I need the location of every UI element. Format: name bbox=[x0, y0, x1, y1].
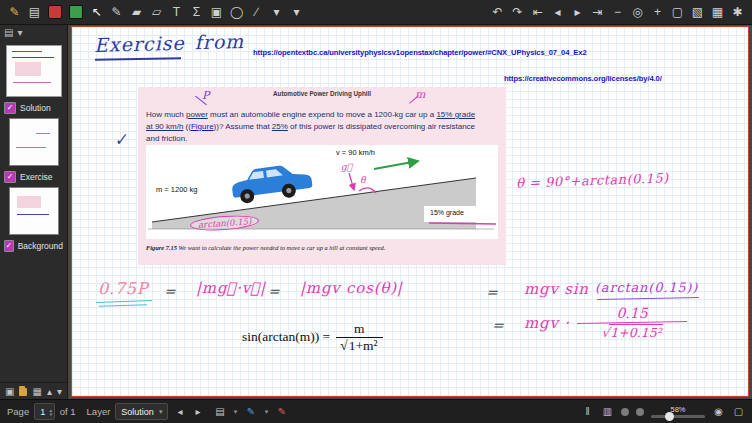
thumb-stroke bbox=[16, 147, 46, 148]
page-overview-icon[interactable]: ▤ bbox=[25, 3, 44, 22]
gravity-vector-annotation: g⃗ bbox=[341, 162, 352, 172]
layer-solution-checkbox[interactable]: ✓ bbox=[4, 102, 16, 114]
thumb-stroke bbox=[17, 196, 41, 208]
zoom-out-icon[interactable]: − bbox=[608, 3, 627, 22]
shape-tool-icon[interactable]: ◯ bbox=[227, 3, 246, 22]
pen-preset-red-icon[interactable]: ✎ bbox=[275, 406, 288, 417]
zoom-control: 58% bbox=[651, 406, 705, 418]
prev-layer-button[interactable]: ◂ bbox=[173, 406, 186, 417]
layer-row-solution[interactable]: ✓ Solution bbox=[0, 99, 67, 115]
layout-icon[interactable]: ▥ bbox=[601, 406, 614, 417]
layer-exercise-label: Exercise bbox=[20, 172, 53, 182]
pen-color-red-swatch[interactable] bbox=[48, 5, 62, 19]
pen-tool-icon[interactable]: ✎ bbox=[107, 3, 126, 22]
next-layer-button[interactable]: ▸ bbox=[191, 406, 204, 417]
grid-snap-icon[interactable]: ▦ bbox=[708, 3, 727, 22]
copy-layer-icon[interactable]: ▣ bbox=[5, 386, 14, 397]
pen-preset-dropdown-icon[interactable]: ▾ bbox=[262, 408, 270, 416]
text-tool-icon[interactable]: T bbox=[167, 3, 186, 22]
layer-row-background[interactable]: ✓ Background bbox=[0, 237, 67, 253]
radicand: 1+m² bbox=[348, 337, 379, 353]
grid-view-icon[interactable]: ▦ bbox=[32, 386, 41, 397]
heading-underline-stroke bbox=[95, 57, 181, 61]
spin-down-icon[interactable]: ▾ bbox=[49, 412, 52, 416]
radicand: 1+0.15² bbox=[609, 324, 662, 340]
eq-term-mgv-frac-lead: mgv · bbox=[524, 314, 570, 332]
problem-segment: must an automobile engine expend to move… bbox=[208, 110, 437, 119]
pen-color-green-swatch[interactable] bbox=[69, 5, 83, 19]
move-layer-down-icon[interactable]: ▾ bbox=[57, 386, 62, 397]
undo-icon[interactable]: ↶ bbox=[488, 3, 507, 22]
canvas-viewport[interactable]: Exercisefrom https://opentextbc.ca/unive… bbox=[67, 24, 752, 400]
stroke-style-dropdown-icon[interactable]: ▾ bbox=[287, 3, 306, 22]
layer-select-dropdown[interactable]: Solution ▾ bbox=[115, 403, 168, 420]
main-toolbar: ✎▤↖✎▰▱TΣ▣◯∕▾▾ ↶↷⇤◂▸⇥−◎+▢▧▦✱ bbox=[0, 0, 752, 25]
mass-label: m = 1200 kg bbox=[156, 185, 197, 194]
zoom-slider[interactable] bbox=[651, 415, 705, 418]
zoom-slider-knob[interactable] bbox=[665, 412, 674, 421]
zoom-fit-icon[interactable]: ▢ bbox=[668, 3, 687, 22]
page-label: Page bbox=[7, 406, 29, 417]
page-1-thumbnail[interactable] bbox=[6, 45, 62, 97]
layer-exercise-checkbox[interactable]: ✓ bbox=[4, 171, 16, 183]
toggle-dot-icon[interactable] bbox=[636, 408, 644, 416]
fullscreen-icon[interactable]: ▧ bbox=[688, 3, 707, 22]
move-layer-up-icon[interactable]: ▴ bbox=[47, 386, 52, 397]
zoom-in-icon[interactable]: + bbox=[648, 3, 667, 22]
license-url-link[interactable]: https://creativecommons.org/licenses/by/… bbox=[504, 74, 662, 83]
tool-options-dropdown-icon[interactable]: ▾ bbox=[267, 3, 286, 22]
layer-background-label: Background bbox=[18, 241, 63, 251]
page-number-input[interactable]: 1 ▴▾ bbox=[34, 403, 55, 420]
highlighter-tool-icon[interactable]: ▰ bbox=[127, 3, 146, 22]
preview-panel-icon[interactable]: ▤ bbox=[4, 27, 13, 39]
open-folder-icon[interactable] bbox=[19, 388, 27, 396]
zoom-100-icon[interactable]: ◎ bbox=[628, 3, 647, 22]
view-mode-icon[interactable]: ▤ bbox=[213, 406, 226, 417]
next-page-icon[interactable]: ▸ bbox=[568, 3, 587, 22]
status-bar: Page 1 ▴▾ of 1 Layer Solution ▾ ◂ ▸ ▤ ▾ … bbox=[0, 399, 752, 423]
solution-layer-thumbnail[interactable] bbox=[9, 118, 59, 166]
page-number-value: 1 bbox=[40, 407, 45, 417]
layer-background-checkbox[interactable]: ✓ bbox=[4, 240, 14, 252]
thumb-stroke bbox=[12, 57, 54, 58]
problem-segment: power bbox=[186, 110, 208, 119]
fit-page-icon[interactable]: ▢ bbox=[732, 406, 745, 417]
pen-preset-blue-icon[interactable]: ✎ bbox=[244, 406, 257, 417]
page-1[interactable]: Exercisefrom https://opentextbc.ca/unive… bbox=[71, 26, 749, 397]
zoom-reset-icon[interactable]: ◉ bbox=[712, 406, 725, 417]
fraction-denominator: √1+0.15² bbox=[577, 325, 687, 340]
identity-lhs: sin(arctan(m)) = bbox=[242, 329, 330, 345]
last-page-icon[interactable]: ⇥ bbox=[588, 3, 607, 22]
sidebar-collapse-icon[interactable]: ▾ bbox=[17, 27, 22, 39]
figure-area: v = 90 km/h m = 1200 kg 15% grade θ g⃗ a… bbox=[146, 145, 498, 239]
toggle-dot-icon[interactable] bbox=[621, 408, 629, 416]
problem-segment: ))? Assume that bbox=[214, 122, 272, 131]
problem-segment: 25% bbox=[272, 122, 288, 131]
view-mode-dropdown-icon[interactable]: ▾ bbox=[231, 408, 239, 416]
dual-page-icon[interactable]: ‖ bbox=[581, 406, 594, 417]
eraser-tool-icon[interactable]: ▱ bbox=[147, 3, 166, 22]
first-page-icon[interactable]: ⇤ bbox=[528, 3, 547, 22]
problem-text: How much power must an automobile engine… bbox=[146, 109, 482, 145]
page-count-label: of 1 bbox=[60, 406, 76, 417]
figure-link[interactable]: Figure bbox=[191, 122, 214, 131]
eq-term-underline bbox=[96, 300, 152, 303]
select-tool-icon[interactable]: ↖ bbox=[87, 3, 106, 22]
eq-term-mgv-cos: |mgv cos(θ)| bbox=[300, 279, 403, 297]
prev-page-icon[interactable]: ◂ bbox=[548, 3, 567, 22]
statusbar-right-group: ‖ ▥ 58% ◉ ▢ bbox=[581, 406, 745, 418]
handwritten-fraction: 0.15 √1+0.15² bbox=[577, 305, 687, 340]
settings-icon[interactable]: ✱ bbox=[728, 3, 747, 22]
app-pen-icon[interactable]: ✎ bbox=[5, 3, 24, 22]
exercise-layer-thumbnail[interactable] bbox=[9, 187, 59, 235]
redo-icon[interactable]: ↷ bbox=[508, 3, 527, 22]
layer-sidebar: ▤ ▾ ✓ Solution ✓ Exercise ✓ Background bbox=[0, 24, 68, 400]
eq-term-underline bbox=[99, 304, 147, 307]
annotation-p: P bbox=[202, 89, 209, 102]
layer-row-exercise[interactable]: ✓ Exercise bbox=[0, 168, 67, 184]
source-url-link[interactable]: https://opentextbc.ca/universityphysicsv… bbox=[253, 48, 587, 57]
image-tool-icon[interactable]: ▣ bbox=[207, 3, 226, 22]
math-tex-tool-icon[interactable]: Σ bbox=[187, 3, 206, 22]
line-tool-icon[interactable]: ∕ bbox=[247, 3, 266, 22]
page-spinner-arrows[interactable]: ▴▾ bbox=[49, 408, 52, 416]
